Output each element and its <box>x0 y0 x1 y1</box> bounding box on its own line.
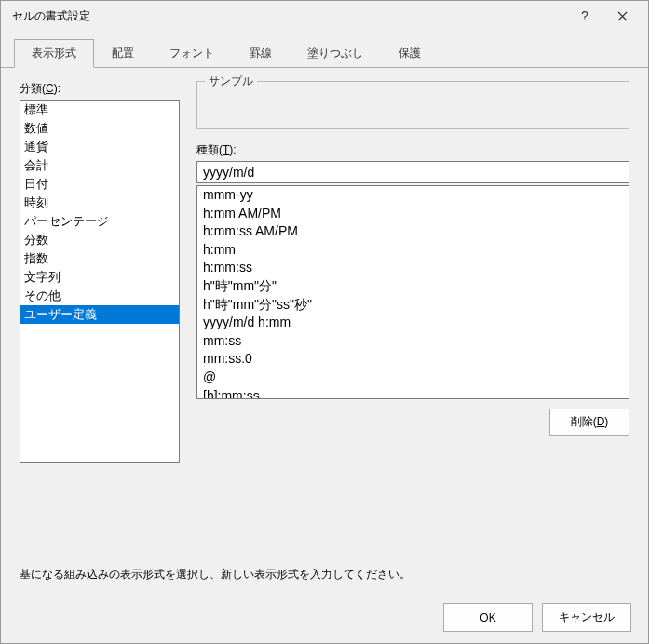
type-label-prefix: 種類( <box>196 143 223 156</box>
category-label-prefix: 分類( <box>20 82 46 95</box>
category-item[interactable]: ユーザー定義 <box>20 305 179 324</box>
ok-button[interactable]: OK <box>443 603 533 632</box>
type-item[interactable]: h:mm:ss <box>197 259 629 277</box>
tab-1[interactable]: 配置 <box>94 39 152 68</box>
category-item[interactable]: 通貨 <box>20 138 179 156</box>
dialog-content: 分類(C): 標準数値通貨会計日付時刻パーセンテージ分数指数文字列その他ユーザー… <box>1 68 648 592</box>
cancel-button[interactable]: キャンセル <box>542 603 631 632</box>
sample-label: サンプル <box>205 74 257 89</box>
category-item[interactable]: 時刻 <box>20 194 179 212</box>
type-list[interactable]: mmm-yyh:mm AM/PMh:mm:ss AM/PMh:mmh:mm:ss… <box>196 185 629 399</box>
close-icon <box>617 11 628 21</box>
category-item[interactable]: 会計 <box>20 156 179 175</box>
tab-0[interactable]: 表示形式 <box>14 39 94 68</box>
titlebar: セルの書式設定 ? <box>1 1 648 31</box>
delete-button[interactable]: 削除(D) <box>549 409 629 436</box>
type-item[interactable]: mm:ss.0 <box>197 350 629 369</box>
delete-button-prefix: 削除( <box>571 415 597 428</box>
type-label: 種類(T): <box>196 142 629 158</box>
type-item[interactable]: h"時"mm"分"ss"秒" <box>197 296 629 315</box>
category-label: 分類(C): <box>20 81 180 97</box>
tab-3[interactable]: 罫線 <box>232 39 290 68</box>
category-item[interactable]: 標準 <box>20 101 179 119</box>
type-item[interactable]: h:mm AM/PM <box>197 205 629 223</box>
type-input[interactable] <box>196 161 629 183</box>
type-item[interactable]: yyyy/m/d h:mm <box>197 314 629 332</box>
category-item[interactable]: 数値 <box>20 119 179 138</box>
close-button[interactable] <box>603 3 641 29</box>
delete-row: 削除(D) <box>196 409 629 436</box>
detail-column: サンプル 種類(T): mmm-yyh:mm AM/PMh:mm:ss AM/P… <box>196 81 629 544</box>
category-item[interactable]: 日付 <box>20 175 179 194</box>
tab-2[interactable]: フォント <box>152 39 232 68</box>
tab-4[interactable]: 塗りつぶし <box>290 39 381 68</box>
category-item[interactable]: 分数 <box>20 231 179 249</box>
category-item[interactable]: 指数 <box>20 249 179 268</box>
category-item[interactable]: 文字列 <box>20 268 179 287</box>
format-cells-dialog: セルの書式設定 ? 表示形式配置フォント罫線塗りつぶし保護 分類(C): 標準数… <box>0 0 649 644</box>
type-label-suffix: ): <box>229 143 236 156</box>
type-item[interactable]: h"時"mm"分" <box>197 277 629 296</box>
delete-button-suffix: ) <box>604 415 608 428</box>
main-row: 分類(C): 標準数値通貨会計日付時刻パーセンテージ分数指数文字列その他ユーザー… <box>20 81 629 544</box>
category-item[interactable]: その他 <box>20 287 179 305</box>
category-item[interactable]: パーセンテージ <box>20 212 179 231</box>
dialog-footer: OK キャンセル <box>1 592 648 643</box>
type-item[interactable]: mm:ss <box>197 332 629 351</box>
type-item[interactable]: h:mm <box>197 241 629 260</box>
hint-text: 基になる組み込みの表示形式を選択し、新しい表示形式を入力してください。 <box>20 567 629 583</box>
type-item[interactable]: h:mm:ss AM/PM <box>197 222 629 241</box>
dialog-title: セルの書式設定 <box>12 8 566 24</box>
category-label-accel: C <box>46 82 54 95</box>
sample-group: サンプル <box>196 81 629 129</box>
help-button[interactable]: ? <box>566 3 603 29</box>
type-item[interactable]: @ <box>197 369 629 387</box>
tab-strip: 表示形式配置フォント罫線塗りつぶし保護 <box>1 31 648 68</box>
type-item[interactable]: [h]:mm:ss <box>197 387 629 399</box>
category-label-suffix: ): <box>54 82 61 95</box>
category-list[interactable]: 標準数値通貨会計日付時刻パーセンテージ分数指数文字列その他ユーザー定義 <box>20 100 180 463</box>
category-column: 分類(C): 標準数値通貨会計日付時刻パーセンテージ分数指数文字列その他ユーザー… <box>20 81 180 544</box>
type-item[interactable]: mmm-yy <box>197 186 629 205</box>
tab-5[interactable]: 保護 <box>381 39 439 68</box>
